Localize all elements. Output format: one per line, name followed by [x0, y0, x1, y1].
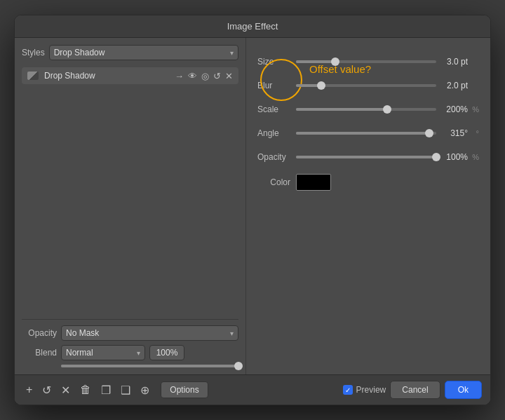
param-fill-angle: [296, 132, 429, 135]
param-track-size: [296, 60, 436, 63]
trash-button[interactable]: 🗑: [77, 382, 94, 398]
param-thumb-angle[interactable]: [425, 129, 433, 137]
title-bar: Image Effect: [15, 15, 490, 38]
effect-visibility-icon[interactable]: 👁: [188, 72, 197, 81]
blend-percent-input[interactable]: 100%: [149, 345, 184, 360]
undo-button[interactable]: ↺: [39, 382, 54, 398]
param-label-blur: Blur: [257, 81, 296, 90]
options-button[interactable]: Options: [161, 381, 208, 398]
blend-dropdown[interactable]: Normal ▾: [61, 345, 145, 360]
styles-chevron-icon: ▾: [230, 49, 234, 57]
add-effect-button[interactable]: +: [23, 382, 35, 398]
right-panel: Offset value? Size 3.0 pt: [246, 38, 490, 374]
color-label: Color: [257, 177, 296, 187]
blend-slider-row: [22, 365, 238, 367]
param-row-angle: Angle 315° °: [257, 126, 479, 140]
blend-chevron-icon: ▾: [137, 349, 140, 357]
param-thumb-scale[interactable]: [383, 105, 391, 114]
check-mark-icon: ✓: [345, 386, 351, 394]
color-swatch[interactable]: [296, 174, 331, 191]
bottom-toolbar: + ↺ ✕ 🗑 ❐ ❑ ⊕ Options ✓ Preview Cancel O…: [15, 374, 490, 405]
blend-label: Blend: [22, 348, 57, 358]
preview-label: Preview: [356, 385, 386, 395]
param-slider-blur[interactable]: [296, 79, 436, 93]
param-thumb-opacity[interactable]: [432, 153, 440, 161]
styles-row: Styles Drop Shadow ▾: [22, 45, 238, 60]
dialog-body: Styles Drop Shadow ▾ Drop Shadow → 👁 ◎ ↺…: [15, 38, 490, 374]
copy-button[interactable]: ❐: [98, 382, 114, 398]
blend-slider-thumb[interactable]: [234, 362, 243, 370]
param-track-scale: [296, 108, 436, 111]
blend-control-row: Blend Normal ▾ 100%: [22, 345, 238, 360]
delete-button[interactable]: ✕: [58, 382, 73, 398]
spacer: [22, 87, 238, 316]
param-unit-opacity: %: [469, 153, 479, 161]
opacity-label: Opacity: [22, 328, 57, 338]
params-section: Size 3.0 pt Blur: [257, 55, 479, 191]
param-slider-angle[interactable]: [296, 126, 436, 140]
effect-reset-icon[interactable]: ↺: [213, 72, 221, 81]
color-row: Color: [257, 174, 479, 191]
param-fill-opacity: [296, 156, 436, 158]
dialog-title: Image Effect: [227, 21, 278, 32]
param-fill-size: [296, 60, 335, 63]
effect-remove-icon[interactable]: ✕: [225, 72, 233, 81]
param-unit-scale: %: [469, 105, 479, 114]
param-row-opacity: Opacity 100% %: [257, 150, 479, 164]
param-value-scale: 200%: [436, 104, 468, 114]
param-value-blur: 2.0 pt: [436, 81, 468, 90]
styles-selected-value: Drop Shadow: [54, 48, 105, 57]
left-panel: Styles Drop Shadow ▾ Drop Shadow → 👁 ◎ ↺…: [15, 38, 246, 374]
param-label-opacity: Opacity: [257, 152, 296, 162]
param-value-angle: 315°: [436, 128, 468, 138]
blend-slider-track[interactable]: [61, 365, 238, 367]
param-value-opacity: 100%: [436, 152, 468, 162]
param-fill-scale: [296, 108, 387, 111]
param-thumb-size[interactable]: [331, 57, 339, 66]
effect-expand-icon[interactable]: →: [175, 72, 184, 81]
param-slider-scale[interactable]: [296, 102, 436, 116]
param-track-angle: [296, 132, 436, 135]
cancel-button[interactable]: Cancel: [390, 381, 440, 399]
plus-circle-button[interactable]: ⊕: [137, 382, 152, 398]
opacity-dropdown-value: No Mask: [66, 328, 99, 338]
preview-checkbox[interactable]: ✓: [343, 385, 353, 395]
param-slider-opacity[interactable]: [296, 150, 436, 164]
paste-button[interactable]: ❑: [118, 382, 133, 398]
styles-dropdown[interactable]: Drop Shadow ▾: [49, 45, 238, 60]
effect-target-icon[interactable]: ◎: [201, 72, 209, 81]
effect-label: Drop Shadow: [44, 71, 169, 81]
param-track-blur: [296, 84, 436, 87]
effect-item: Drop Shadow → 👁 ◎ ↺ ✕: [22, 67, 238, 84]
opacity-dropdown[interactable]: No Mask ▾: [61, 325, 238, 341]
blend-value: Normal: [66, 348, 93, 358]
param-thumb-blur[interactable]: [317, 81, 325, 90]
param-row-blur: Blur 2.0 pt: [257, 79, 479, 93]
param-label-size: Size: [257, 57, 296, 67]
param-label-scale: Scale: [257, 104, 296, 114]
opacity-control-row: Opacity No Mask ▾: [22, 325, 238, 341]
param-slider-size[interactable]: [296, 55, 436, 69]
preview-check: ✓ Preview: [343, 385, 386, 395]
blend-slider-fill: [61, 365, 238, 367]
opacity-chevron-icon: ▾: [230, 330, 234, 337]
image-effect-dialog: Image Effect Styles Drop Shadow ▾ Drop S…: [14, 15, 491, 405]
bottom-controls: Opacity No Mask ▾ Blend Normal ▾ 100%: [22, 319, 238, 367]
styles-label: Styles: [22, 48, 45, 57]
param-row-scale: Scale 200% %: [257, 102, 479, 116]
param-unit-angle: °: [469, 129, 479, 137]
param-value-size: 3.0 pt: [436, 57, 468, 67]
ok-button[interactable]: Ok: [445, 381, 482, 399]
param-track-opacity: [296, 156, 436, 158]
param-row-size: Size 3.0 pt: [257, 55, 479, 69]
effect-actions: → 👁 ◎ ↺ ✕: [175, 72, 233, 81]
effect-thumbnail-icon: [27, 72, 39, 80]
param-label-angle: Angle: [257, 128, 296, 138]
